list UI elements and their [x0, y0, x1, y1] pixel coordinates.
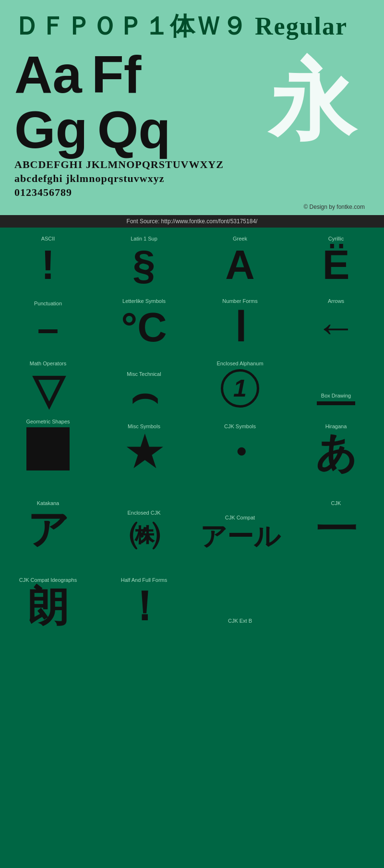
glyph-symbol-letterlike: °C	[121, 307, 167, 348]
glyph-label-hiragana: Hiragana	[325, 423, 347, 429]
large-char-gg: Gg	[14, 103, 88, 156]
large-char-qq: Qq	[97, 103, 171, 156]
glyph-cell-cjk: CJK 一	[288, 478, 384, 555]
glyph-label-halffullforms: Half And Full Forms	[121, 577, 168, 583]
glyph-grid: ASCII ! Latin 1 Sup § Greek Α Cyrillic Ë…	[0, 228, 384, 631]
glyph-cell-numforms: Number Forms Ⅰ	[192, 290, 288, 352]
glyph-symbol-mathops: ▽	[33, 369, 64, 410]
glyph-cell-cjkcompat: CJK Compat アール	[192, 478, 288, 555]
glyph-label-punctuation: Punctuation	[34, 301, 62, 306]
glyph-symbol-misctech: ⌢	[130, 380, 158, 410]
glyph-cell-enclosedcjk: Enclosed CJK ㈱	[96, 478, 192, 555]
glyph-cell-empty	[288, 555, 384, 631]
alphabet-upper: ABCDEFGHI JKLMNOPQRSTUVWXYZ	[14, 158, 370, 171]
glyph-label-geoshapes: Geometric Shapes	[26, 419, 70, 424]
glyph-cell-punctuation: Punctuation –	[0, 290, 96, 352]
glyph-label-katakana: Katakana	[37, 500, 59, 506]
glyph-label-cyrillic: Cyrillic	[328, 236, 344, 241]
glyph-symbol-miscsymbols: ★	[126, 432, 162, 473]
glyph-cell-arrows: Arrows ←	[288, 290, 384, 352]
glyph-symbol-ascii: !	[41, 244, 55, 285]
glyph-symbol-enclosedcjk: ㈱	[129, 518, 160, 550]
glyph-cell-ascii: ASCII !	[0, 228, 96, 290]
glyph-symbol-geoshapes	[26, 427, 70, 470]
font-title: ＤＦＰＯＰ１体Ｗ９ Regular	[14, 10, 370, 43]
large-char-aa: Aa	[14, 48, 82, 101]
glyph-symbol-katakana: ア	[27, 509, 69, 550]
source-bar: Font Source: http://www.fontke.com/font/…	[0, 215, 384, 228]
glyph-cell-latin1sup: Latin 1 Sup §	[96, 228, 192, 290]
glyph-symbol-hiragana: あ	[315, 432, 357, 473]
glyph-symbol-numforms: Ⅰ	[234, 307, 246, 348]
glyph-label-greek: Greek	[233, 236, 247, 241]
glyph-label-cjkcompat: CJK Compat	[225, 515, 255, 520]
header-section: ＤＦＰＯＰ１体Ｗ９ Regular Aa Ff 永 Gg Qq ABCDEFGH…	[0, 0, 384, 215]
glyph-cell-enclosed: Enclosed Alphanum 1	[192, 352, 288, 415]
glyph-label-enclosed: Enclosed Alphanum	[216, 361, 263, 366]
glyph-label-enclosedcjk: Enclosed CJK	[127, 510, 160, 516]
glyph-cell-miscsymbols: Misc Symbols ★	[96, 415, 192, 478]
glyph-symbol-enclosed: 1	[221, 369, 259, 408]
glyph-label-cjkcompatideographs: CJK Compat Ideographs	[19, 577, 77, 583]
glyph-symbol-cjksymbols: ・	[220, 432, 261, 473]
glyph-label-cjk: CJK	[331, 500, 341, 506]
glyph-cell-misctech: Misc Technical ⌢	[96, 352, 192, 415]
glyph-symbol-cjkcompatideographs: 朗	[28, 586, 69, 627]
glyph-label-cjksymbols: CJK Symbols	[224, 423, 256, 429]
glyph-symbol-greek: Α	[225, 244, 254, 285]
large-chars-row1: Aa Ff 永	[14, 48, 370, 101]
glyph-symbol-cyrillic: Ë	[323, 244, 350, 285]
glyph-symbol-punctuation: –	[37, 309, 59, 348]
glyph-label-cjkextb: CJK Ext B	[228, 618, 252, 624]
glyph-cell-hiragana: Hiragana あ	[288, 415, 384, 478]
glyph-label-latin1sup: Latin 1 Sup	[131, 236, 157, 241]
glyph-symbol-cjkcompat: アール	[200, 523, 280, 550]
large-chars-row2: Gg Qq	[14, 103, 370, 156]
numbers-row: 0123456789	[14, 186, 370, 199]
glyph-label-arrows: Arrows	[328, 298, 344, 304]
glyph-label-numforms: Number Forms	[222, 298, 257, 304]
glyph-cell-letterlike: Letterlike Symbols °C	[96, 290, 192, 352]
glyph-cell-boxdrawing: Box Drawing	[288, 352, 384, 415]
glyph-label-boxdrawing: Box Drawing	[321, 393, 351, 398]
glyph-cell-cjkextb: CJK Ext B	[192, 555, 288, 631]
glyph-cell-greek: Greek Α	[192, 228, 288, 290]
glyph-cell-geoshapes: Geometric Shapes	[0, 415, 96, 478]
glyph-cell-katakana: Katakana ア	[0, 478, 96, 555]
glyph-cell-mathops: Math Operators ▽	[0, 352, 96, 415]
glyph-label-mathops: Math Operators	[30, 361, 66, 366]
glyph-cell-cjkcompatideographs: CJK Compat Ideographs 朗	[0, 555, 96, 631]
glyph-symbol-arrows: ←	[316, 307, 357, 348]
glyph-cell-halffullfmorms: Half And Full Forms ！	[96, 555, 192, 631]
glyph-symbol-latin1sup: §	[132, 244, 155, 285]
glyph-label-miscsymbols: Misc Symbols	[128, 423, 160, 429]
glyph-label-ascii: ASCII	[41, 236, 55, 241]
glyph-cell-cjksymbols: CJK Symbols ・	[192, 415, 288, 478]
copyright-line: © Design by fontke.com	[14, 204, 370, 210]
alphabet-lower: abcdefghi jklmnopqrstuvwxyz	[14, 172, 370, 185]
glyph-label-letterlike: Letterlike Symbols	[122, 298, 166, 304]
large-char-ff: Ff	[92, 48, 142, 101]
glyph-symbol-boxdrawing	[317, 401, 355, 405]
glyph-cell-cyrillic: Cyrillic Ë	[288, 228, 384, 290]
glyph-symbol-cjk: 一	[316, 509, 357, 550]
glyph-symbol-halffullforms: ！	[124, 586, 165, 627]
